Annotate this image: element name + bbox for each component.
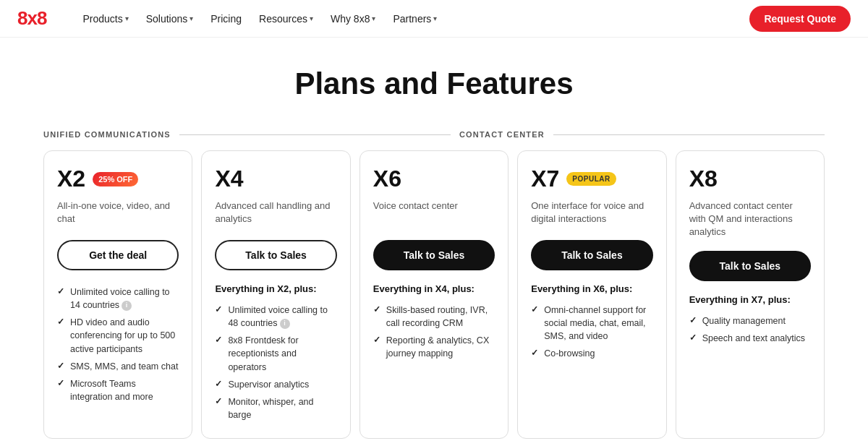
divider-right	[553, 134, 825, 135]
plan-cta-x4[interactable]: Talk to Sales	[215, 240, 336, 270]
plan-name-x7: X7	[531, 166, 559, 192]
plan-header-x7: X7POPULAR	[531, 166, 652, 192]
plan-header-x8: X8	[689, 166, 811, 192]
plan-badge-x2: 25% OFF	[93, 172, 138, 186]
plan-feature-item: Supervisor analytics	[215, 376, 336, 393]
plan-card-x4: X4Advanced call handling and analyticsTa…	[201, 150, 350, 439]
chevron-down-icon: ▾	[125, 14, 129, 22]
plan-name-x8: X8	[689, 166, 718, 192]
chevron-down-icon: ▾	[190, 14, 193, 22]
plan-cta-x6[interactable]: Talk to Sales	[373, 240, 495, 270]
plan-feature-item: Reporting & analytics, CX journey mappin…	[373, 332, 495, 362]
plan-badge-x7: POPULAR	[566, 172, 616, 186]
nav-item-resources[interactable]: Resources▾	[252, 9, 320, 29]
plan-desc-x7: One interface for voice and digital inte…	[531, 200, 652, 228]
plan-features-label-x6: Everything in X4, plus:	[373, 283, 495, 294]
plan-features-list-x2: Unlimited voice calling to 14 countriesi…	[57, 283, 179, 406]
plan-feature-item: Quality management	[689, 312, 811, 330]
chevron-down-icon: ▾	[372, 14, 375, 22]
plan-desc-x4: Advanced call handling and analytics	[215, 200, 336, 228]
plan-feature-item: Monitor, whisper, and barge	[215, 393, 336, 424]
nav-item-products[interactable]: Products▾	[75, 9, 135, 29]
plan-header-x2: X225% OFF	[57, 166, 179, 192]
plan-feature-item: Microsoft Teams integration and more	[57, 375, 179, 406]
plan-features-list-x7: Omni-channel support for social media, c…	[531, 301, 652, 363]
plan-card-x6: X6Voice contact centerTalk to SalesEvery…	[359, 150, 509, 439]
plan-feature-item: Skills-based routing, IVR, call recordin…	[373, 301, 495, 332]
plan-card-x8: X8Advanced contact center with QM and in…	[676, 150, 825, 439]
request-quote-button[interactable]: Request Quote	[749, 6, 851, 32]
info-icon[interactable]: i	[280, 319, 290, 329]
divider-mid	[179, 134, 451, 135]
plan-name-x2: X2	[57, 166, 85, 192]
plan-feature-item: 8x8 Frontdesk for receptionists and oper…	[215, 332, 336, 375]
plan-features-label-x8: Everything in X7, plus:	[689, 294, 811, 305]
plan-features-label-x7: Everything in X6, plus:	[531, 283, 652, 294]
plan-header-x4: X4	[215, 166, 336, 192]
plan-cta-x2[interactable]: Get the deal	[57, 240, 179, 270]
plan-feature-item: Unlimited voice calling to 48 countriesi	[215, 301, 336, 332]
plan-header-x6: X6	[373, 166, 495, 192]
plan-features-list-x8: Quality managementSpeech and text analyt…	[689, 312, 811, 347]
plan-desc-x6: Voice contact center	[373, 200, 495, 228]
plan-card-x7: X7POPULAROne interface for voice and dig…	[517, 150, 666, 439]
plan-features-list-x6: Skills-based routing, IVR, call recordin…	[373, 301, 495, 363]
logo[interactable]: 8x8	[17, 7, 46, 30]
nav-item-pricing[interactable]: Pricing	[203, 9, 249, 29]
chevron-down-icon: ▾	[310, 14, 313, 22]
nav-item-partners[interactable]: Partners▾	[386, 9, 444, 29]
header: 8x8 Products▾Solutions▾PricingResources▾…	[0, 0, 868, 38]
plan-desc-x2: All-in-one voice, video, and chat	[57, 200, 179, 228]
unified-comm-label: UNIFIED COMMUNICATIONS	[43, 130, 179, 139]
plan-features-label-x4: Everything in X2, plus:	[215, 283, 336, 294]
nav-item-solutions[interactable]: Solutions▾	[139, 9, 201, 29]
contact-center-label: CONTACT CENTER	[451, 130, 553, 139]
plan-feature-item: Co-browsing	[531, 345, 652, 362]
plan-feature-item: SMS, MMS, and team chat	[57, 358, 179, 375]
plan-feature-item: Omni-channel support for social media, c…	[531, 301, 652, 345]
section-labels: UNIFIED COMMUNICATIONS CONTACT CENTER	[43, 130, 825, 139]
plan-feature-item: Speech and text analytics	[689, 330, 811, 347]
main-nav: Products▾Solutions▾PricingResources▾Why …	[75, 9, 444, 29]
chevron-down-icon: ▾	[433, 14, 437, 22]
plan-feature-item: HD video and audio conferencing for up t…	[57, 314, 179, 357]
plan-cta-x7[interactable]: Talk to Sales	[531, 240, 652, 270]
page-title: Plans and Features	[43, 67, 825, 101]
plan-desc-x8: Advanced contact center with QM and inte…	[689, 200, 811, 239]
plan-feature-item: Unlimited voice calling to 14 countriesi	[57, 283, 179, 314]
plan-features-list-x4: Unlimited voice calling to 48 countriesi…	[215, 301, 336, 424]
info-icon[interactable]: i	[122, 301, 132, 311]
nav-item-why-8x8[interactable]: Why 8x8▾	[323, 9, 383, 29]
plan-card-x2: X225% OFFAll-in-one voice, video, and ch…	[43, 150, 192, 439]
plan-name-x6: X6	[373, 166, 401, 192]
plan-name-x4: X4	[215, 166, 243, 192]
plan-cta-x8[interactable]: Talk to Sales	[689, 251, 811, 281]
plans-grid: X225% OFFAll-in-one voice, video, and ch…	[43, 150, 825, 439]
